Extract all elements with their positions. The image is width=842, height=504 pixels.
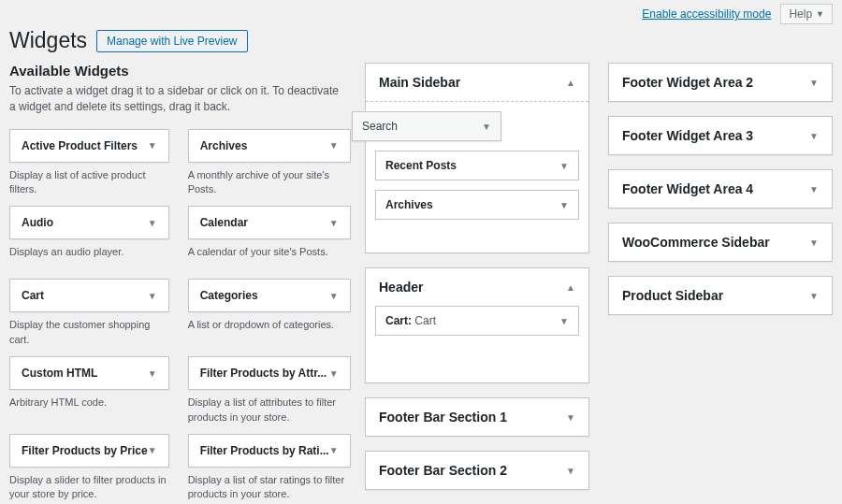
widget-filter-products-attribute[interactable]: Filter Products by Attr...▼ (188, 356, 351, 390)
sidebar-header-header[interactable]: Header ▲ (366, 268, 588, 306)
widget-label: Active Product Filters (22, 139, 138, 152)
widget-desc: A list or dropdown of categories. (188, 318, 351, 342)
sidebar-footer-widget-3: Footer Widget Area 3 ▼ (608, 116, 833, 155)
widget-label: Archives (200, 139, 248, 152)
widget-desc: Display a slider to filter products in y… (9, 473, 169, 502)
placed-widget-cart[interactable]: Cart: Cart ▼ (375, 306, 579, 336)
chevron-down-icon: ▼ (148, 218, 157, 228)
sidebar-product-header[interactable]: Product Sidebar ▼ (609, 277, 832, 314)
sidebar-footer-bar-1-header[interactable]: Footer Bar Section 1 ▼ (366, 398, 588, 436)
chevron-down-icon: ▼ (148, 140, 157, 151)
help-label: Help (789, 7, 812, 21)
chevron-down-icon: ▼ (809, 291, 819, 301)
widget-label: Filter Products by Attr... (200, 367, 327, 380)
chevron-down-icon: ▼ (559, 161, 569, 171)
chevron-down-icon: ▼ (559, 316, 569, 326)
sidebar-title: Header (379, 280, 423, 295)
chevron-down-icon: ▼ (559, 200, 569, 210)
widget-label: Filter Products by Rati... (200, 444, 329, 457)
chevron-down-icon: ▼ (148, 368, 157, 379)
chevron-down-icon: ▼ (329, 291, 339, 301)
widget-label: Cart (22, 289, 44, 302)
sidebar-footer-widget-2-header[interactable]: Footer Widget Area 2 ▼ (609, 64, 832, 101)
chevron-up-icon: ▲ (566, 282, 575, 293)
placed-widget-archives[interactable]: Archives ▼ (375, 190, 579, 220)
live-preview-button[interactable]: Manage with Live Preview (96, 30, 247, 52)
sidebar-title: Footer Bar Section 1 (379, 410, 507, 425)
chevron-down-icon: ▼ (809, 78, 819, 88)
help-button[interactable]: Help ▼ (780, 4, 833, 24)
widget-desc: Displays an audio player. (9, 245, 169, 269)
sidebar-title: Footer Widget Area 3 (622, 128, 753, 143)
widget-label: Archives (385, 198, 433, 211)
chevron-down-icon: ▼ (329, 140, 339, 151)
widget-label: Cart: Cart (385, 314, 436, 327)
sidebar-title: Footer Widget Area 4 (622, 181, 753, 196)
widget-desc: A calendar of your site's Posts. (188, 245, 351, 269)
widget-active-product-filters[interactable]: Active Product Filters▼ (9, 129, 169, 163)
chevron-down-icon: ▼ (148, 291, 157, 301)
widget-label: Recent Posts (385, 159, 457, 172)
page-header: Widgets Manage with Live Preview (0, 28, 842, 63)
sidebar-woocommerce: WooCommerce Sidebar ▼ (608, 223, 833, 262)
chevron-down-icon: ▼ (329, 218, 339, 228)
chevron-down-icon: ▼ (809, 131, 819, 141)
widget-label: Filter Products by Price (22, 444, 148, 457)
chevron-down-icon: ▼ (566, 412, 575, 423)
chevron-up-icon: ▲ (566, 78, 575, 88)
widget-areas-column-1: Main Sidebar ▲ Search ▼ Recent Posts ▼ A… (365, 63, 589, 504)
widget-desc: A monthly archive of your site's Posts. (188, 168, 351, 197)
chevron-down-icon: ▼ (816, 9, 824, 19)
sidebar-main-header[interactable]: Main Sidebar ▲ (366, 64, 588, 101)
available-widgets-column: Available Widgets To activate a widget d… (9, 63, 346, 504)
widget-filter-products-rating[interactable]: Filter Products by Rati...▼ (188, 434, 351, 468)
chevron-down-icon: ▼ (809, 184, 819, 194)
chevron-down-icon: ▼ (329, 368, 339, 379)
sidebar-header: Header ▲ Cart: Cart ▼ (365, 267, 589, 383)
widget-label: Custom HTML (22, 367, 97, 380)
chevron-down-icon: ▼ (482, 122, 491, 132)
widget-categories[interactable]: Categories▼ (188, 279, 351, 312)
sidebar-footer-widget-4: Footer Widget Area 4 ▼ (608, 169, 833, 209)
sidebar-footer-widget-3-header[interactable]: Footer Widget Area 3 ▼ (609, 117, 832, 154)
widget-audio[interactable]: Audio▼ (9, 206, 169, 239)
available-widgets-heading: Available Widgets (9, 63, 346, 79)
widget-desc: Display a list of active product filters… (9, 168, 169, 197)
sidebar-main: Main Sidebar ▲ Search ▼ Recent Posts ▼ A… (365, 63, 589, 253)
widget-custom-html[interactable]: Custom HTML▼ (9, 356, 169, 390)
placed-widget-recent-posts[interactable]: Recent Posts ▼ (375, 151, 579, 180)
top-bar: Enable accessibility mode Help ▼ (0, 0, 842, 28)
widget-desc: Arbitrary HTML code. (9, 396, 169, 420)
chevron-down-icon: ▼ (809, 238, 819, 248)
widget-desc: Display the customer shopping cart. (9, 318, 169, 347)
widget-label: Calendar (200, 216, 248, 229)
sidebar-woocommerce-header[interactable]: WooCommerce Sidebar ▼ (609, 223, 832, 261)
chevron-down-icon: ▼ (148, 445, 157, 455)
sidebar-footer-bar-1: Footer Bar Section 1 ▼ (365, 397, 589, 437)
search-widget-label: Search (362, 120, 398, 133)
widget-desc: Display a list of star ratings to filter… (188, 473, 351, 502)
sidebar-title: Product Sidebar (622, 288, 723, 303)
sidebar-footer-widget-2: Footer Widget Area 2 ▼ (608, 63, 833, 102)
widget-label: Categories (200, 289, 258, 302)
sidebar-footer-bar-2: Footer Bar Section 2 ▼ (365, 451, 589, 490)
page-title: Widgets (9, 28, 87, 53)
widget-calendar[interactable]: Calendar▼ (188, 206, 351, 239)
widget-areas-column-2: Footer Widget Area 2 ▼ Footer Widget Are… (608, 63, 833, 329)
sidebar-title: Main Sidebar (379, 75, 460, 90)
sidebar-product: Product Sidebar ▼ (608, 276, 833, 315)
widget-filter-products-price[interactable]: Filter Products by Price▼ (9, 434, 169, 468)
chevron-down-icon: ▼ (329, 445, 339, 455)
sidebar-title: WooCommerce Sidebar (622, 235, 770, 250)
widget-label: Audio (22, 216, 53, 229)
sidebar-footer-widget-4-header[interactable]: Footer Widget Area 4 ▼ (609, 170, 832, 208)
widget-archives[interactable]: Archives▼ (188, 129, 351, 163)
sidebar-title: Footer Bar Section 2 (379, 463, 507, 478)
sidebar-footer-bar-2-header[interactable]: Footer Bar Section 2 ▼ (366, 452, 588, 489)
sidebar-title: Footer Widget Area 2 (622, 75, 753, 90)
chevron-down-icon: ▼ (566, 466, 575, 476)
accessibility-link[interactable]: Enable accessibility mode (642, 7, 771, 21)
available-widgets-hint: To activate a widget drag it to a sideba… (9, 83, 346, 115)
search-widget-dragging[interactable]: Search ▼ (352, 111, 501, 141)
widget-cart[interactable]: Cart▼ (9, 279, 169, 312)
